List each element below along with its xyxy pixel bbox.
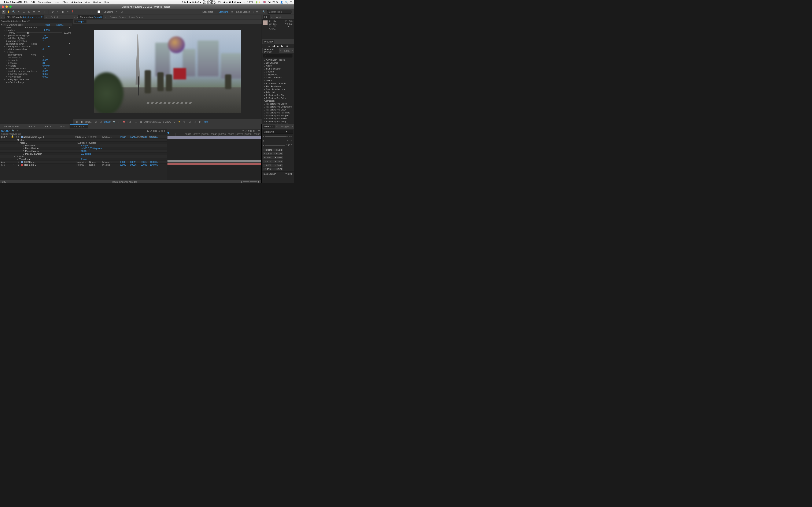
panel-menu-icon[interactable]: ≡ <box>271 16 274 18</box>
stopwatch-icon[interactable]: ⊙ <box>6 37 8 39</box>
eraser-tool[interactable]: ◧ <box>61 10 64 14</box>
puppet-tool[interactable]: 📍 <box>71 10 74 14</box>
resolution-dropdown[interactable]: Full <box>128 121 133 123</box>
panel-menu-icon[interactable]: ≡ <box>275 40 278 43</box>
panel-menu-icon[interactable]: ≡ <box>276 125 279 128</box>
last-frame-icon[interactable]: ⏭ <box>286 45 288 48</box>
clone-tool[interactable]: ⌖ <box>56 10 59 14</box>
twirl-icon[interactable]: ▸ <box>6 65 8 66</box>
channel-icon[interactable]: ◯ <box>117 120 121 123</box>
zoom-tool[interactable]: 🔍 <box>12 10 16 14</box>
val-colored-iris[interactable]: ☐ <box>43 56 72 59</box>
text-tool[interactable]: T <box>42 10 46 14</box>
menu-help[interactable]: Help <box>104 1 109 3</box>
sync-icon[interactable]: ▭ <box>256 10 258 13</box>
motion-btn-rope[interactable]: ✦ ROPE <box>263 164 273 167</box>
timeline-tab[interactable]: × Comp 3 <box>70 124 88 128</box>
panel-menu-icon[interactable]: ≡ <box>45 16 48 18</box>
val-gamma-check[interactable]: ✓ <box>43 40 72 42</box>
next-frame-icon[interactable]: ▮▸ <box>281 45 283 48</box>
stopwatch-icon[interactable]: ⊙ <box>6 48 8 50</box>
menu-window[interactable]: Window <box>93 1 101 3</box>
timeline-option-icons[interactable]: ↺ ⬡ ⊞ ▦ ◉ ⧉ ▭ <box>167 129 261 132</box>
motion-btn-null[interactable]: ✦ NULL <box>263 160 273 163</box>
layer-bar-1[interactable] <box>167 136 261 139</box>
view-axis-icon[interactable]: ⊹ <box>89 10 93 14</box>
timeline-tab[interactable]: C0001 <box>55 125 69 128</box>
twirl-icon[interactable]: ▸ <box>4 78 6 80</box>
tab-layer[interactable]: Layer (none) <box>128 15 144 19</box>
twirl-icon[interactable]: ▸ <box>6 73 8 75</box>
dd-bglayer[interactable]: None <box>32 43 61 45</box>
val-facets[interactable]: 31 <box>43 62 72 64</box>
ep-item[interactable]: 3D Channel <box>262 61 294 64</box>
rect-tool[interactable]: ▭ <box>32 10 36 14</box>
twirl-icon[interactable]: ▸ <box>6 70 8 72</box>
menu-composition[interactable]: Composition <box>38 1 51 3</box>
selection-tool[interactable]: ↖ <box>2 10 5 14</box>
zoom-button[interactable] <box>9 5 12 8</box>
val-preservative[interactable]: 1.000 <box>43 34 72 37</box>
twirl-icon[interactable]: ▾ <box>4 51 6 53</box>
stopwatch-icon[interactable]: ⊙ <box>6 35 8 37</box>
motion-btn-excite[interactable]: ✦ EXCITE <box>263 148 273 152</box>
play-icon[interactable]: ▶ <box>277 45 279 48</box>
layer-row[interactable]: ◉ ◈▾▪1Adjustment Layer 2Normal ▾ ⊚ None … <box>0 136 167 139</box>
grid-icon[interactable]: ⊞ <box>94 120 97 123</box>
ep-item[interactable]: FxFactory Pro Stylize <box>262 117 294 120</box>
viewer-timecode[interactable]: 00000 <box>104 121 111 123</box>
workspace-essentials[interactable]: Essentials <box>200 10 215 14</box>
stopwatch-icon[interactable]: ⊙ <box>8 70 10 72</box>
val-bgdist[interactable]: 10.000 <box>43 45 72 48</box>
composition-viewer[interactable] <box>73 24 262 119</box>
stopwatch-icon[interactable]: ⊙ <box>8 59 10 61</box>
layer-row[interactable]: ⊙Mask Feather∞ 303.0,303.0 pixels <box>0 147 167 150</box>
layer-row[interactable]: ◉ ◈▾▪3Red Solid 2Normal ▾None ▾⊚ None ▾0… <box>0 164 167 166</box>
ep-item[interactable]: FxFactory Pro Color Correction <box>262 97 294 102</box>
ep-item[interactable]: CINEMA 4D <box>262 73 294 76</box>
px-aspect-icon[interactable]: ⊡ <box>172 120 176 123</box>
layer-bar-3[interactable] <box>167 163 261 165</box>
camera-dropdown[interactable]: Active Camera <box>144 121 161 123</box>
layer-row[interactable]: ⊙Mask Opacity100% <box>0 150 167 153</box>
stopwatch-icon[interactable]: ⊙ <box>8 56 10 59</box>
fast-preview-icon[interactable]: ⚡ <box>177 120 181 123</box>
workspace-smallscreen[interactable]: Small Screen <box>234 10 252 14</box>
layer-rows[interactable]: ◉ ◈▾▪1Adjustment Layer 2Normal ▾ ⊚ None … <box>0 136 167 180</box>
layer-row[interactable]: ▾Effects <box>0 155 167 158</box>
ep-item[interactable]: Frischluft <box>262 91 294 94</box>
layer-row[interactable]: ⊙Mask PathShape... <box>0 144 167 147</box>
twirl-icon[interactable]: ▾ <box>4 29 6 31</box>
ep-item[interactable]: FxFactory Pro Glow <box>262 108 294 111</box>
hand-tool[interactable]: ✋ <box>7 10 11 14</box>
timeline-icon[interactable]: ⧉ <box>183 120 186 123</box>
ep-item[interactable]: FxFactory Pro Halftones <box>262 111 294 114</box>
toggle-switches-modes[interactable]: Toggle Switches / Modes <box>112 181 138 183</box>
menu-edit[interactable]: Edit <box>31 1 35 3</box>
val-smooth[interactable]: 0.000 <box>43 59 72 61</box>
twirl-icon[interactable]: ▸ <box>4 45 6 47</box>
snap-opt2-icon[interactable]: ⊡ <box>120 10 124 14</box>
effects-presets-list[interactable]: * Animation Presets3D ChannelAudioBlur &… <box>262 58 294 124</box>
stopwatch-icon[interactable]: ⊙ <box>8 73 10 75</box>
val-additive[interactable]: 0.000 <box>43 37 72 40</box>
twirl-icon[interactable]: ▸ <box>4 35 6 36</box>
fx-badge[interactable]: fx <box>3 23 5 26</box>
local-axis-icon[interactable]: ⊹ <box>79 10 83 14</box>
ep-item[interactable]: FxFactory Pro Sharpen <box>262 114 294 117</box>
val-borderthick[interactable]: 0.300 <box>43 73 72 75</box>
about-link[interactable]: About... <box>56 23 64 26</box>
layer-row[interactable]: ⊙Mask Expansion0.0 pixels <box>0 153 167 155</box>
ep-item[interactable]: Film Emulation <box>262 85 294 88</box>
radius-slider[interactable]: 0.00050.000 <box>1 32 72 34</box>
stopwatch-icon[interactable]: ⊙ <box>8 67 10 69</box>
roi-icon[interactable]: ▢ <box>134 120 138 123</box>
timeline-tab[interactable]: Render Queue <box>0 125 23 128</box>
stopwatch-icon[interactable]: ⊙ <box>8 65 10 67</box>
snapshot-icon[interactable]: 📷 <box>112 120 116 123</box>
twirl-icon[interactable]: ▸ <box>6 62 8 64</box>
workspace-standard[interactable]: Standard <box>216 10 230 14</box>
roto-tool[interactable]: ✧ <box>66 10 69 14</box>
menu-animation[interactable]: Animation <box>71 1 82 3</box>
twirl-icon[interactable]: ▾ <box>1 24 3 25</box>
